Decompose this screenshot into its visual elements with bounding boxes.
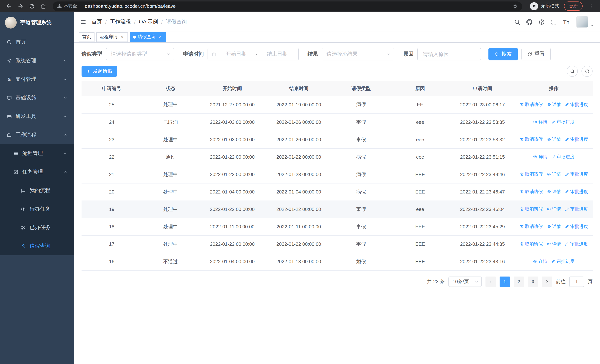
close-icon[interactable]: × xyxy=(119,34,124,39)
sidebar-item-workflow[interactable]: 工作流程 xyxy=(0,126,74,144)
detail-link[interactable]: 详情 xyxy=(546,224,561,230)
apply-time-range-picker[interactable]: 开始日期 - 结束日期 xyxy=(207,48,299,60)
help-icon[interactable] xyxy=(538,19,545,25)
refresh-icon xyxy=(585,69,590,74)
leave-type-select[interactable]: 请选择请假类型 xyxy=(106,48,174,60)
refresh-table-button[interactable] xyxy=(581,65,593,77)
cell-start-time: 2022-01-04 00:00:00 xyxy=(199,253,265,270)
page-button-3[interactable]: 3 xyxy=(528,276,538,287)
detail-link[interactable]: 详情 xyxy=(533,154,547,160)
github-icon[interactable] xyxy=(526,19,533,25)
cancel-leave-link[interactable]: 取消请假 xyxy=(519,189,543,195)
sidebar-item-system-management[interactable]: 系统管理 xyxy=(0,52,74,70)
approval-progress-link[interactable]: 审批进度 xyxy=(551,119,574,125)
toolbox-icon xyxy=(7,114,12,119)
approval-progress-link[interactable]: 审批进度 xyxy=(565,189,588,195)
detail-link[interactable]: 详情 xyxy=(546,189,561,195)
back-icon[interactable] xyxy=(4,1,14,11)
cancel-leave-link[interactable]: 取消请假 xyxy=(519,101,543,108)
cell-apply-time: 2022-01-22 23:46:47 xyxy=(450,183,515,201)
reset-button[interactable]: 重置 xyxy=(521,48,551,60)
goto-page-input[interactable] xyxy=(569,276,584,287)
cancel-leave-link[interactable]: 取消请假 xyxy=(519,136,543,143)
home-icon[interactable] xyxy=(38,1,48,11)
page-button-1[interactable]: 1 xyxy=(500,276,510,287)
cancel-leave-link[interactable]: 取消请假 xyxy=(519,206,543,212)
tab-process-detail[interactable]: 流程详情× xyxy=(96,32,128,42)
breadcrumb-item[interactable]: 首页 xyxy=(92,19,102,25)
close-icon[interactable]: × xyxy=(158,34,163,39)
sidebar-item-home[interactable]: 首页 xyxy=(0,33,74,52)
column-header: 请假类型 xyxy=(332,81,390,96)
sidebar-item-infrastructure[interactable]: 基础设施 xyxy=(0,89,74,107)
sidebar-item-my-process[interactable]: 我的流程 xyxy=(0,181,74,200)
sidebar-item-process-management[interactable]: 流程管理 xyxy=(0,144,74,163)
cell-end-time: 2022-01-22 00:00:00 xyxy=(265,201,332,218)
sidebar-item-dev-tools[interactable]: 研发工具 xyxy=(0,107,74,126)
sidebar-item-leave-query[interactable]: 请假查询 xyxy=(0,237,74,255)
sidebar-item-task-management[interactable]: 任务管理 xyxy=(0,163,74,181)
cell-reason: EEE xyxy=(390,218,450,235)
search-button[interactable]: 搜索 xyxy=(488,48,518,60)
forward-icon[interactable] xyxy=(15,1,26,11)
fullscreen-icon[interactable] xyxy=(551,19,557,25)
cell-start-time: 2021-12-27 00:00:00 xyxy=(199,96,265,113)
cell-id: 23 xyxy=(82,131,142,148)
sidebar-item-payment-management[interactable]: ¥支付管理 xyxy=(0,70,74,89)
detail-link[interactable]: 详情 xyxy=(533,119,547,125)
breadcrumb-item[interactable]: 工作流程 xyxy=(110,19,131,25)
browser-menu-icon[interactable] xyxy=(586,1,596,11)
cell-status: 通过 xyxy=(142,148,199,166)
tab-home[interactable]: 首页 xyxy=(79,32,94,42)
user-menu[interactable] xyxy=(576,16,594,28)
app-title: 芋道管理系统 xyxy=(20,19,52,26)
approval-progress-link[interactable]: 审批进度 xyxy=(565,136,588,143)
approval-progress-link[interactable]: 审批进度 xyxy=(551,154,574,160)
approval-progress-link[interactable]: 审批进度 xyxy=(565,241,588,247)
create-leave-button[interactable]: 发起请假 xyxy=(82,65,117,77)
cell-reason: EEE xyxy=(390,253,450,270)
approval-progress-link[interactable]: 审批进度 xyxy=(565,101,588,108)
security-indicator[interactable]: 不安全 xyxy=(57,3,77,9)
reload-icon[interactable] xyxy=(27,1,37,11)
detail-link[interactable]: 详情 xyxy=(546,171,561,177)
header-search-icon[interactable] xyxy=(514,19,520,25)
sidebar-item-done-tasks[interactable]: 已办任务 xyxy=(0,218,74,237)
page-size-select[interactable]: 10条/页 xyxy=(449,276,482,287)
reason-input[interactable] xyxy=(418,48,480,60)
cell-reason: eee xyxy=(390,201,450,218)
next-page-button[interactable] xyxy=(542,276,552,287)
font-size-icon[interactable]: TT xyxy=(563,18,570,26)
detail-link[interactable]: 详情 xyxy=(546,241,561,247)
sidebar-item-label: 工作流程 xyxy=(16,131,36,138)
cell-apply-time: 2022-01-22 23:49:46 xyxy=(450,166,515,183)
table-toolbar: 发起请假 xyxy=(82,65,593,77)
app-logo[interactable]: 芋道管理系统 xyxy=(0,12,74,33)
detail-link[interactable]: 详情 xyxy=(533,258,547,265)
bookmark-star-icon[interactable] xyxy=(513,3,518,9)
detail-link[interactable]: 详情 xyxy=(546,101,561,108)
eye-icon xyxy=(546,224,551,229)
approval-progress-link[interactable]: 审批进度 xyxy=(565,224,588,230)
chevron-left-icon xyxy=(488,279,493,284)
toggle-search-button[interactable] xyxy=(567,65,578,77)
detail-link[interactable]: 详情 xyxy=(546,206,561,212)
breadcrumb-item[interactable]: OA 示例 xyxy=(139,19,158,25)
detail-link[interactable]: 详情 xyxy=(546,136,561,143)
approval-progress-link[interactable]: 审批进度 xyxy=(565,206,588,212)
collapse-sidebar-icon[interactable] xyxy=(80,19,86,25)
sidebar-item-todo-tasks[interactable]: 待办任务 xyxy=(0,200,74,218)
result-select[interactable]: 请选择流结果 xyxy=(322,48,394,60)
update-button[interactable]: 更新 xyxy=(564,1,582,11)
cancel-leave-link[interactable]: 取消请假 xyxy=(519,171,543,177)
cancel-leave-link[interactable]: 取消请假 xyxy=(519,224,543,230)
page-button-2[interactable]: 2 xyxy=(514,276,524,287)
cancel-leave-link[interactable]: 取消请假 xyxy=(519,241,543,247)
eye-icon xyxy=(546,242,551,246)
tab-leave-query[interactable]: 请假查询× xyxy=(130,32,166,42)
cell-id: 17 xyxy=(82,235,142,253)
approval-progress-link[interactable]: 审批进度 xyxy=(565,171,588,177)
address-bar[interactable]: 不安全 dashboard.yudao.iocoder.cn/bpm/oa/le… xyxy=(53,1,522,11)
approval-progress-link[interactable]: 审批进度 xyxy=(551,258,574,265)
prev-page-button[interactable] xyxy=(486,276,496,287)
